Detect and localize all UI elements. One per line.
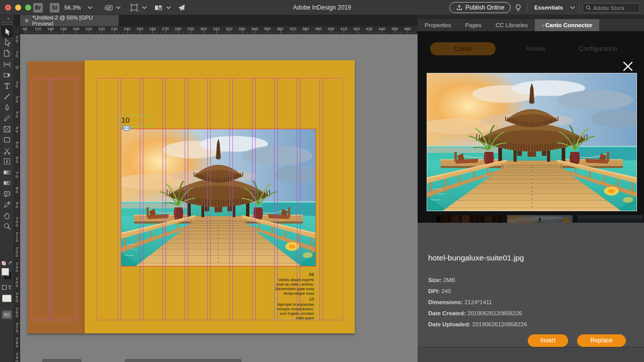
column-guide[interactable]: [255, 78, 256, 320]
column-guide[interactable]: [48, 78, 49, 320]
vertical-ruler[interactable]: 2010010203040506070809010011012013014015…: [14, 34, 20, 362]
column-guide[interactable]: [143, 78, 143, 320]
share-rocket-icon[interactable]: [177, 4, 186, 12]
column-guide[interactable]: [166, 78, 166, 320]
caption-text-frame[interactable]: 09 Obistis aliquis experfe umet as utatu…: [273, 270, 316, 320]
gradient-swatch-tool[interactable]: [3, 168, 11, 176]
formatting-affects-text-icon[interactable]: T: [8, 284, 12, 290]
gap-tool[interactable]: [3, 60, 11, 68]
image-preview[interactable]: [427, 73, 637, 211]
fill-swatch[interactable]: [2, 268, 9, 276]
free-transform-tool[interactable]: [3, 157, 11, 165]
column-guide[interactable]: [232, 78, 233, 320]
selection-tool[interactable]: [3, 28, 11, 36]
inner-tab-assets[interactable]: Assets: [526, 45, 545, 52]
window-close-button[interactable]: [5, 5, 11, 11]
lightbulb-icon[interactable]: [514, 4, 522, 12]
pencil-tool[interactable]: [3, 114, 11, 122]
document-tab[interactable]: *Untitled-2 @ 56% [GPU Preview]: [20, 15, 119, 26]
content-collector-tool[interactable]: [3, 71, 11, 79]
column-guide[interactable]: [210, 78, 211, 320]
tab-properties[interactable]: Properties: [418, 19, 458, 31]
toolbar-drag-handle[interactable]: [3, 22, 11, 25]
column-guide[interactable]: [319, 78, 320, 320]
screen-mode-icon[interactable]: [154, 4, 163, 12]
column-guide[interactable]: [118, 78, 118, 320]
screen-mode-chevron-icon[interactable]: [166, 6, 171, 10]
column-guide[interactable]: [188, 78, 188, 320]
meta-row-dimensions: Dimensions: 2124*1411: [428, 299, 492, 305]
column-guide[interactable]: [121, 78, 121, 320]
column-guide[interactable]: [207, 78, 208, 320]
eyedropper-tool[interactable]: [3, 201, 11, 209]
column-guide[interactable]: [163, 78, 163, 320]
formatting-affects-container-icon[interactable]: [2, 285, 7, 290]
adobe-stock-search[interactable]: Adobe Stock: [583, 3, 640, 13]
tab-pages[interactable]: Pages: [458, 19, 489, 31]
view-options-chevron-icon[interactable]: [116, 6, 121, 10]
ruler-tick-label: 370: [288, 27, 298, 31]
page-left[interactable]: [28, 61, 85, 333]
frame-edges-chevron-icon[interactable]: [142, 6, 147, 10]
scissors-tool[interactable]: [3, 147, 11, 155]
ruler-tick-label: 110: [15, 231, 19, 242]
window-minimize-button[interactable]: [15, 5, 21, 11]
panel-footer: [418, 347, 644, 362]
zoom-tool[interactable]: [3, 222, 11, 230]
close-preview-button[interactable]: [622, 60, 634, 72]
screen-mode-button[interactable]: [2, 311, 12, 319]
replace-button[interactable]: Replace: [577, 334, 626, 347]
type-tool[interactable]: [3, 82, 11, 90]
meta-row-size: Size: 2MB: [428, 277, 455, 283]
inner-tab-configuration[interactable]: Configuration: [579, 45, 617, 52]
link-badge-icon[interactable]: [123, 126, 130, 131]
ruler-tick-label: 200: [71, 27, 81, 31]
insert-button[interactable]: Insert: [528, 334, 568, 347]
note-tool[interactable]: [3, 190, 11, 198]
ruler-tick-label: 180: [46, 27, 56, 31]
status-bar-page-control[interactable]: [42, 359, 82, 362]
pen-tool[interactable]: [3, 104, 11, 112]
apply-color-button[interactable]: [2, 295, 12, 302]
ruler-tick-label: 280: [173, 27, 183, 31]
hand-tool[interactable]: [3, 212, 11, 220]
column-guide[interactable]: [51, 78, 51, 320]
column-guide[interactable]: [252, 78, 253, 320]
tab-close-icon[interactable]: [25, 19, 29, 23]
column-guide[interactable]: [323, 78, 323, 320]
page-right[interactable]: 10 09 Obistis aliquis experfe umet as ut…: [85, 60, 355, 333]
frame-tool[interactable]: [3, 125, 11, 133]
zoom-chevron-down-icon[interactable]: [88, 6, 93, 10]
inner-tab-canto[interactable]: Canto: [430, 42, 496, 55]
column-guide[interactable]: [229, 78, 230, 320]
column-guide[interactable]: [185, 78, 185, 320]
page-tool[interactable]: [3, 49, 11, 57]
document-canvas[interactable]: 10 09 Obistis aliquis experfe umet as ut…: [20, 34, 418, 362]
swap-fill-stroke-icon[interactable]: [8, 261, 13, 266]
search-icon: [586, 5, 591, 11]
workspace-chevron-icon[interactable]: [570, 6, 575, 10]
stock-button[interactable]: St: [50, 3, 59, 13]
tab-cc-libraries[interactable]: CC Libraries: [489, 19, 535, 31]
view-options-icon[interactable]: [105, 4, 113, 12]
bridge-button[interactable]: Br: [33, 3, 43, 13]
panel-expand-icon[interactable]: »: [7, 16, 10, 21]
panel-tab-bar: Properties Pages CC Libraries ○ Canto Co…: [418, 19, 644, 31]
column-guide[interactable]: [140, 78, 140, 320]
gradient-feather-tool[interactable]: [3, 179, 11, 187]
horizontal-ruler[interactable]: 6017018019020021022023024025026027028029…: [20, 26, 418, 34]
zoom-level-value[interactable]: 56.3%: [64, 0, 81, 15]
publish-online-button[interactable]: Publish Online: [449, 2, 511, 13]
line-tool[interactable]: [3, 93, 11, 101]
ruler-tick-label: 310: [211, 27, 221, 31]
tab-canto-connector[interactable]: ○ Canto Connector: [535, 19, 599, 31]
default-fill-stroke-icon[interactable]: [2, 261, 6, 265]
window-zoom-button[interactable]: [25, 5, 31, 11]
direct-selection-tool[interactable]: [3, 39, 11, 47]
ruler-tick-label: 90: [15, 201, 19, 208]
workspace-switcher[interactable]: Essentials: [534, 0, 563, 15]
rectangle-tool[interactable]: [3, 136, 11, 144]
margin-guide[interactable]: [32, 78, 77, 320]
frame-edges-icon[interactable]: [130, 4, 138, 12]
page-number-frame[interactable]: 10: [120, 115, 152, 127]
